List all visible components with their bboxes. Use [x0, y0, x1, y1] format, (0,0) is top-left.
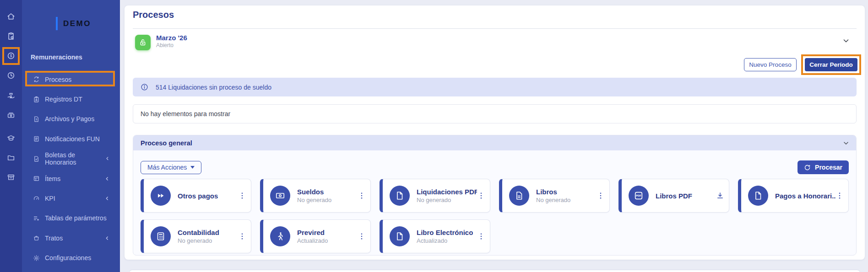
kebab-menu-icon[interactable]: [358, 192, 366, 200]
file-check-icon: [33, 155, 40, 162]
sidebar-item-registros-dt[interactable]: Registros DT: [22, 89, 120, 109]
process-card-libro-electronico[interactable]: Libro ElectrónicoActualizado: [380, 219, 490, 253]
sidebar-item-archivos-y-pagos[interactable]: $ Archivos y Pagos: [22, 109, 120, 129]
proceso-general-body: Más Acciones Procesar Otros pagos: [133, 150, 856, 256]
list-plus-icon: [33, 215, 40, 222]
info-banner: 514 Liquidaciones sin proceso de sueldo: [133, 78, 857, 96]
divider: [133, 28, 857, 29]
process-card-sueldos[interactable]: SueldosNo generado: [260, 179, 371, 213]
gear-icon: [33, 255, 40, 261]
sidebar-item-kpi[interactable]: KPI: [22, 188, 120, 208]
gauge-icon: [33, 195, 40, 202]
pdf-icon: PDF: [629, 186, 649, 206]
main-content-card: Procesos Marzo '26 Abierto Nuevo Proceso…: [125, 5, 865, 260]
chevron-down-icon[interactable]: [842, 37, 850, 45]
kebab-menu-icon[interactable]: [238, 232, 246, 240]
period-status: Abierto: [156, 42, 174, 48]
process-card-otros-pagos[interactable]: Otros pagos: [141, 179, 251, 213]
period-row[interactable]: Marzo '26 Abierto: [133, 33, 857, 52]
kebab-menu-icon[interactable]: [358, 232, 366, 240]
process-card-grid: Otros pagos SueldosNo generado: [141, 179, 849, 253]
fast-forward-icon: [151, 186, 171, 206]
sidebar-item-tratos[interactable]: Tratos: [22, 228, 120, 248]
chevron-left-icon: [104, 196, 110, 201]
app-logo: DEMO: [56, 17, 91, 30]
procesar-button[interactable]: Procesar: [797, 160, 849, 174]
kebab-menu-icon[interactable]: [597, 192, 605, 200]
sidebar-rail: $: [0, 0, 22, 272]
process-card-contabilidad[interactable]: ContabilidadNo generado: [141, 219, 251, 253]
svg-text:$: $: [10, 54, 12, 58]
chevron-left-icon: [104, 176, 110, 181]
archive-icon[interactable]: [7, 173, 15, 181]
period-name: Marzo '26: [156, 34, 187, 42]
process-card-previred[interactable]: PreviredActualizado: [260, 219, 371, 253]
chevron-left-icon: [104, 235, 110, 241]
kebab-menu-icon[interactable]: [477, 192, 485, 200]
panel-actions-row: Más Acciones Procesar: [141, 160, 849, 174]
sidebar-menu-panel: DEMO Remuneraciones Procesos Registros D…: [22, 0, 120, 272]
sidebar-item-label: Boletas de Honorarios: [45, 151, 105, 166]
sidebar-item-label: Tratos: [45, 235, 63, 242]
empty-list-message: No hay elementos para mostrar: [133, 104, 857, 123]
process-card-liquidaciones-pdf[interactable]: Liquidaciones PDFNo generado: [380, 179, 490, 213]
kebab-menu-icon[interactable]: [835, 192, 844, 200]
svg-text:PDF: PDF: [636, 194, 641, 197]
sidebar-section-header: Remuneraciones: [31, 53, 82, 61]
home-icon[interactable]: [7, 12, 15, 21]
file-lines-icon: [33, 135, 40, 142]
nuevo-proceso-button[interactable]: Nuevo Proceso: [744, 58, 797, 71]
sync-icon: [33, 76, 40, 83]
sidebar-menu: Procesos Registros DT $ Archivos y Pagos…: [22, 69, 120, 268]
payroll-dollar-icon[interactable]: $: [7, 52, 15, 60]
redo-icon: [804, 164, 811, 171]
file-icon: [390, 226, 410, 246]
chevron-down-icon[interactable]: [842, 139, 850, 147]
kebab-menu-icon[interactable]: [238, 192, 246, 200]
proceso-general-header[interactable]: Proceso general: [133, 135, 856, 150]
sidebar-item-label: Ítems: [45, 175, 60, 182]
file-dollar-icon: $: [33, 116, 40, 123]
hand-heart-icon[interactable]: [7, 91, 15, 100]
mas-acciones-button[interactable]: Más Acciones: [141, 161, 201, 174]
sidebar-item-tablas-de-parametros[interactable]: Tablas de parámetros: [22, 208, 120, 228]
folder-icon[interactable]: [7, 154, 15, 162]
sidebar-item-label: Registros DT: [45, 96, 82, 103]
svg-text:$: $: [36, 118, 38, 121]
logo-accent-bar: [56, 17, 58, 30]
table-icon: [33, 175, 40, 182]
file-icon: [748, 186, 768, 206]
kebab-menu-icon[interactable]: [477, 232, 485, 240]
sidebar-item-procesos[interactable]: Procesos: [22, 69, 120, 89]
file-lines-icon: [509, 186, 529, 206]
banknote-icon: [270, 186, 290, 206]
sidebar-item-configuraciones[interactable]: Configuraciones: [22, 248, 120, 268]
clipboard-icon[interactable]: [7, 32, 15, 40]
info-banner-text: 514 Liquidaciones sin proceso de sueldo: [156, 84, 271, 91]
download-icon[interactable]: [716, 192, 724, 200]
info-icon: [141, 83, 148, 91]
cash-icon[interactable]: [7, 111, 15, 119]
panel-title: Proceso general: [141, 139, 192, 147]
process-card-libros[interactable]: LibrosNo generado: [499, 179, 610, 213]
basket-icon: [33, 235, 40, 241]
sidebar-item-notificaciones-fun[interactable]: Notificaciones FUN: [22, 129, 120, 149]
sidebar-item-label: Tablas de parámetros: [45, 214, 107, 222]
logo-text: DEMO: [63, 19, 91, 28]
annotation-highlight-cerrar-periodo: Cerrar Período: [801, 54, 861, 75]
clock-icon[interactable]: [7, 71, 15, 80]
next-section-card-edge: [130, 270, 860, 272]
calculator-icon: [151, 226, 171, 246]
id-badge-icon: [33, 96, 40, 103]
education-icon[interactable]: [7, 134, 15, 142]
page-title: Procesos: [133, 10, 174, 20]
sidebar-item-label: Configuraciones: [45, 254, 91, 261]
sidebar-item-boletas-de-honorarios[interactable]: Boletas de Honorarios: [22, 149, 120, 169]
cerrar-periodo-button[interactable]: Cerrar Período: [805, 58, 857, 71]
sidebar-item-items[interactable]: Ítems: [22, 169, 120, 188]
sidebar-item-label: KPI: [45, 195, 55, 202]
file-icon: [390, 186, 410, 206]
process-card-pagos-a-honorarios[interactable]: Pagos a Honorari...: [738, 179, 849, 213]
process-card-libros-pdf[interactable]: PDF Libros PDF: [618, 179, 729, 213]
chevron-left-icon: [105, 156, 110, 161]
